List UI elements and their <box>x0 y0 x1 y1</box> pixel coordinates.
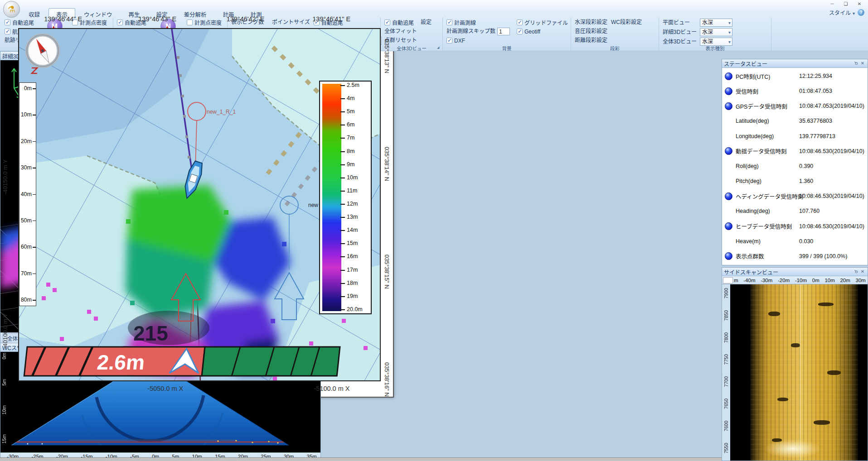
skip-count-input[interactable] <box>497 28 510 35</box>
status-row: ヒーブデータ受信時刻 10:08:46.530(2019/04/10) <box>725 221 865 231</box>
status-row: ヘディングデータ受信時刻 10:08:46.530(2019/04/10) <box>725 191 865 201</box>
window-titlebar <box>0 0 868 8</box>
pin-icon[interactable] <box>853 60 859 67</box>
longitude-label: 139°46'43" E <box>138 15 176 23</box>
group-background: 計画測線 計画測線スキップ数 DXF グリッドファイル Ge <box>443 18 571 51</box>
legend-tick-label: 7m <box>342 135 370 141</box>
checkbox-icon[interactable] <box>5 19 10 25</box>
latitude-label: 035°38'15" N <box>383 255 390 289</box>
sidescan-range-tick: -40m <box>743 278 755 283</box>
status-row: Roll(deg) 0.390 <box>725 161 865 171</box>
sidescan-range-tick: 30m <box>856 278 866 283</box>
close-icon[interactable] <box>859 269 866 275</box>
display-type-select[interactable]: 水深 <box>700 19 732 27</box>
status-sphere-icon <box>725 147 732 155</box>
checkbox-icon[interactable] <box>517 29 523 34</box>
status-label: Roll(deg) <box>736 163 799 169</box>
pin-icon[interactable] <box>853 269 859 275</box>
status-row: Pitch(deg) 1.360 <box>725 176 865 186</box>
status-row: Latitude(deg) 35.63776803 <box>725 116 865 126</box>
style-area: スタイル <box>829 9 864 16</box>
group-label: 表示種別 <box>659 45 771 51</box>
checkbox-icon[interactable] <box>446 19 452 25</box>
y-coordinate-axis: -40150.0 m Y-40100.0 m Y <box>2 28 9 381</box>
checkbox-label: グリッドファイル <box>524 19 568 26</box>
status-value: 399 / 399 (100.0%) <box>799 253 847 259</box>
close-button[interactable] <box>853 0 866 7</box>
maximize-button[interactable] <box>839 0 853 7</box>
sidescan-view-panel: サイドスキャンビュー m-40m-30m-20m-10m0m10m20m30m … <box>722 267 868 461</box>
latitude-axis: 035°38'13" N035°38'14" N035°38'15" N035°… <box>383 28 392 381</box>
y-coordinate-label: -40150.0 m Y <box>2 159 9 195</box>
legend-tick-label: 16m <box>342 254 370 259</box>
legend-tick-label: 10m <box>342 175 370 181</box>
legend-tick-label: 13m <box>342 214 370 220</box>
group-display-type: 平面ビュー 水深 詳細3Dビュー 水深 全体3Dビュー 水深 表示種別 <box>659 18 771 51</box>
depth-coloring-button[interactable]: 水深段彩設定 <box>575 19 607 26</box>
wc-coloring-button[interactable]: WC段彩設定 <box>611 19 642 26</box>
plan-view-window: 139°46'44" E139°46'43" E139°46'42" E139°… <box>0 0 394 398</box>
group-label: 段彩 <box>571 45 659 51</box>
w3d-settings-button[interactable]: 設定 <box>421 19 432 26</box>
display-type-select[interactable]: 水深 <box>700 28 732 36</box>
pressure-coloring-button[interactable]: 音圧段彩設定 <box>575 28 607 35</box>
y-coordinate-label: -40100.0 m Y <box>2 313 9 349</box>
checkbox-grid-file[interactable]: グリッドファイル <box>517 19 568 26</box>
help-icon[interactable] <box>858 9 864 16</box>
status-label: ヒーブデータ受信時刻 <box>736 222 799 230</box>
ruler-corner-box <box>723 277 733 283</box>
checkbox-icon[interactable] <box>384 19 390 25</box>
status-label: Longitude(deg) <box>736 133 799 139</box>
sidescan-ping-tick: 7700 <box>723 376 729 387</box>
status-sphere-icon <box>725 192 732 200</box>
legend-tick-label: 6m <box>342 122 370 128</box>
checkbox-w3d-auto-track[interactable]: 自動追尾 <box>384 19 417 26</box>
checkbox-icon[interactable] <box>517 19 523 25</box>
legend-tick-label: 17m <box>342 267 370 273</box>
legend-tick-label: 11m <box>342 188 370 194</box>
skip-count-label: 計画測線スキップ数 <box>446 28 495 35</box>
latitude-label: 035°38'14" N <box>383 147 390 181</box>
checkbox-icon[interactable] <box>446 38 452 43</box>
minimize-button[interactable] <box>825 0 839 7</box>
depth-ahead-readout: 2.6m <box>96 351 146 374</box>
status-sphere-icon <box>725 87 732 95</box>
status-sphere-icon <box>725 102 732 110</box>
distance-coloring-button[interactable]: 距離段彩設定 <box>575 37 607 44</box>
status-label: GPSデータ受信時刻 <box>736 102 799 110</box>
style-dropdown[interactable]: スタイル <box>829 9 855 16</box>
legend-tick-label: 14m <box>342 227 370 233</box>
status-value: 107.760 <box>799 208 820 214</box>
status-value: 10:08:46.530(2019/04/10) <box>799 193 864 199</box>
status-row: Heading(deg) 107.760 <box>725 206 865 216</box>
sidescan-bright-return <box>766 440 820 458</box>
display-type-row-label: 詳細3Dビュー <box>663 29 698 36</box>
checkbox-plan-line[interactable]: 計画測線 <box>446 19 513 26</box>
x-coordinate-axis: -5050.0 m X-5100.0 m X <box>18 385 381 393</box>
sidescan-ping-tick: 7850 <box>723 310 729 321</box>
sidescan-range-tick: 0m <box>812 278 820 283</box>
dialog-launcher-icon[interactable] <box>437 46 441 50</box>
bearing-readout: 215 <box>133 322 168 345</box>
checkbox-dxf[interactable]: DXF <box>446 37 513 44</box>
legend-tick-label: 18m <box>342 280 370 286</box>
sidescan-ping-tick: 7800 <box>723 332 729 343</box>
longitude-axis: 139°46'44" E139°46'43" E139°46'42" E139°… <box>18 15 381 24</box>
range-tick-label: 0m <box>19 86 36 91</box>
checkbox-label: 計画測線 <box>454 19 476 26</box>
checkbox-geotiff[interactable]: Geotiff <box>517 28 568 35</box>
legend-tick-label: 19m <box>342 293 370 299</box>
sidescan-range-tick: -30m <box>761 278 772 283</box>
display-type-row-label: 平面ビュー <box>663 19 698 27</box>
sidescan-waterfall[interactable]: 79007850780077507700765076007550 <box>722 284 868 461</box>
status-label: Pitch(deg) <box>736 178 799 184</box>
status-label: 動揺データ受信時刻 <box>736 147 799 155</box>
display-type-row-label: 全体3Dビュー <box>663 38 698 46</box>
sidescan-range-tick: -10m <box>795 278 807 283</box>
map-canvas[interactable]: 215 new_1_R_1 new <box>18 28 381 381</box>
app-button[interactable] <box>3 1 20 18</box>
panel-titlebar: サイドスキャンビュー <box>722 268 868 276</box>
close-icon[interactable] <box>859 60 866 67</box>
checkbox-label: Geotiff <box>524 29 540 35</box>
group-coloring: 水深段彩設定 音圧段彩設定 距離段彩設定 WC段彩設定 段彩 <box>571 18 659 51</box>
